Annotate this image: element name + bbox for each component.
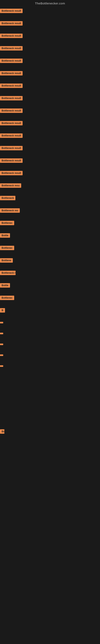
bottleneck-badge-20[interactable]: Bottlene <box>0 258 13 263</box>
bottleneck-item-23: Bottlenec <box>0 294 100 307</box>
bottleneck-badge-7[interactable]: Bottleneck result <box>0 96 23 100</box>
bottleneck-badge-13[interactable]: Bottleneck result <box>0 171 23 175</box>
bottleneck-item-12: Bottleneck result <box>0 157 100 170</box>
bottleneck-item-24: B <box>0 307 100 320</box>
bottleneck-badge-1[interactable]: Bottleneck result <box>0 21 23 26</box>
bottleneck-badge-17[interactable]: Bottlenec <box>0 221 14 225</box>
bottleneck-badge-2[interactable]: Bottleneck result <box>0 34 23 38</box>
bottleneck-badge-29[interactable] <box>0 365 3 367</box>
bottleneck-badge-21[interactable]: Bottleneck r <box>0 271 16 275</box>
bottleneck-badge-4[interactable]: Bottleneck result <box>0 58 23 63</box>
bottleneck-item-1: Bottleneck result <box>0 20 100 32</box>
bottleneck-item-9: Bottleneck result <box>0 120 100 132</box>
bottleneck-item-32 <box>0 396 100 406</box>
site-title: TheBottlenecker.com <box>35 2 65 5</box>
bottleneck-badge-12[interactable]: Bottleneck result <box>0 158 23 163</box>
bottleneck-badge-19[interactable]: Bottlenec <box>0 246 14 250</box>
bottleneck-badge-25[interactable] <box>0 322 3 324</box>
site-header: TheBottlenecker.com <box>0 0 100 8</box>
bottleneck-item-6: Bottleneck result <box>0 82 100 95</box>
bottleneck-item-29 <box>0 363 100 374</box>
bottleneck-item-26 <box>0 330 100 341</box>
bottleneck-badge-14[interactable]: Bottleneck resu <box>0 183 21 188</box>
bottleneck-item-27 <box>0 341 100 352</box>
bottleneck-badge-5[interactable]: Bottleneck result <box>0 71 23 76</box>
bottleneck-item-3: Bottleneck result <box>0 45 100 57</box>
bottleneck-badge-26[interactable] <box>0 333 3 334</box>
bottleneck-badge-15[interactable]: Bottleneck <box>0 196 15 200</box>
bottleneck-item-15: Bottleneck <box>0 194 100 207</box>
bottleneck-item-13: Bottleneck result <box>0 170 100 182</box>
bottleneck-item-16: Bottleneck res <box>0 207 100 220</box>
bottleneck-item-4: Bottleneck result <box>0 57 100 70</box>
bottleneck-item-10: Bottleneck result <box>0 132 100 145</box>
bottleneck-item-20: Bottlene <box>0 257 100 270</box>
bottleneck-badge-35[interactable]: Bo <box>0 429 4 434</box>
items-container: Bottleneck resultBottleneck resultBottle… <box>0 8 100 473</box>
bottleneck-item-0: Bottleneck result <box>0 8 100 20</box>
bottleneck-item-19: Bottlenec <box>0 244 100 257</box>
bottleneck-item-21: Bottleneck r <box>0 270 100 282</box>
bottleneck-badge-8[interactable]: Bottleneck result <box>0 108 23 113</box>
bottleneck-badge-18[interactable]: Bottle <box>0 233 10 238</box>
bottleneck-badge-16[interactable]: Bottleneck res <box>0 208 20 213</box>
bottleneck-item-17: Bottlenec <box>0 220 100 232</box>
bottleneck-item-28 <box>0 352 100 363</box>
bottleneck-item-33 <box>0 406 100 417</box>
bottleneck-badge-9[interactable]: Bottleneck result <box>0 121 23 126</box>
bottleneck-badge-10[interactable]: Bottleneck result <box>0 134 23 138</box>
bottleneck-item-31 <box>0 384 100 396</box>
bottleneck-badge-27[interactable] <box>0 344 3 345</box>
bottleneck-badge-6[interactable]: Bottleneck result <box>0 84 23 88</box>
bottleneck-item-8: Bottleneck result <box>0 107 100 120</box>
bottleneck-item-22: Bottle <box>0 282 100 294</box>
bottleneck-badge-3[interactable]: Bottleneck result <box>0 46 23 50</box>
bottleneck-item-18: Bottle <box>0 232 100 244</box>
bottleneck-item-38 <box>0 462 100 473</box>
bottleneck-item-7: Bottleneck result <box>0 95 100 107</box>
bottleneck-item-30 <box>0 374 100 384</box>
bottleneck-item-2: Bottleneck result <box>0 32 100 45</box>
bottleneck-badge-24[interactable]: B <box>0 308 5 312</box>
bottleneck-item-34 <box>0 417 100 428</box>
bottleneck-badge-23[interactable]: Bottlenec <box>0 296 14 300</box>
bottleneck-item-37 <box>0 452 100 462</box>
bottleneck-item-5: Bottleneck result <box>0 70 100 82</box>
bottleneck-item-25 <box>0 320 100 330</box>
bottleneck-item-14: Bottleneck resu <box>0 182 100 194</box>
bottleneck-badge-0[interactable]: Bottleneck result <box>0 9 23 13</box>
bottleneck-item-35: Bo <box>0 428 100 440</box>
bottleneck-item-11: Bottleneck result <box>0 145 100 157</box>
bottleneck-badge-28[interactable] <box>0 354 3 356</box>
bottleneck-badge-11[interactable]: Bottleneck result <box>0 146 23 150</box>
bottleneck-badge-22[interactable]: Bottle <box>0 283 10 288</box>
bottleneck-item-36 <box>0 440 100 452</box>
